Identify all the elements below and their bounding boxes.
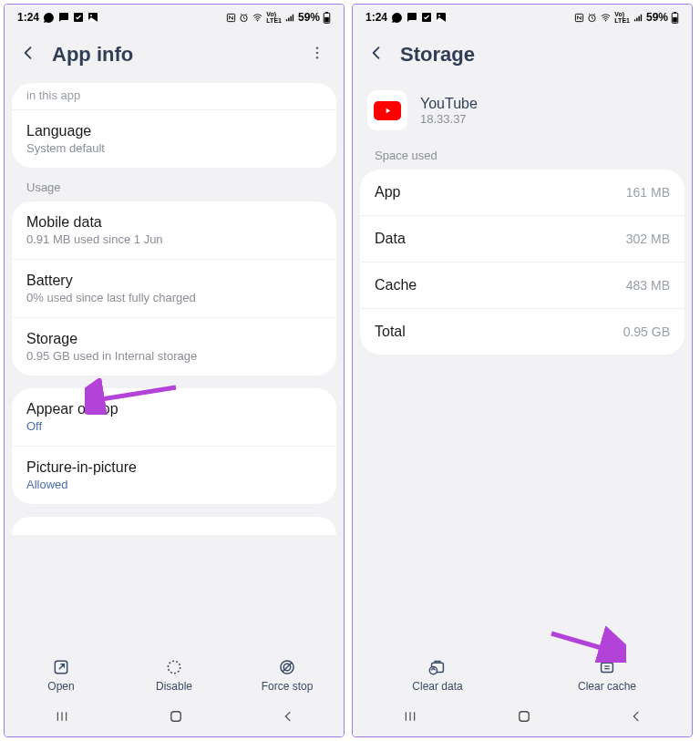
svg-rect-30 <box>673 16 677 22</box>
network-label: Vo)LTE1 <box>266 11 282 24</box>
row-battery[interactable]: Battery 0% used since last fully charged <box>12 260 336 318</box>
svg-rect-33 <box>602 663 613 672</box>
more-icon[interactable] <box>309 45 329 65</box>
bottom-actions: Open Disable Force stop <box>5 649 344 700</box>
svg-point-10 <box>316 52 319 55</box>
data-label: App <box>375 184 400 201</box>
clear-cache-button[interactable]: Clear cache <box>522 656 692 693</box>
data-label: Cache <box>375 277 417 293</box>
nav-recents-icon[interactable] <box>401 709 419 727</box>
row-title: Appear on top <box>26 401 322 417</box>
page-title: App info <box>52 43 133 67</box>
row-app: App 161 MB <box>360 170 685 216</box>
content-scroll[interactable]: Space used App 161 MB Data 302 MB Cache … <box>353 149 692 645</box>
action-label: Clear cache <box>578 680 636 693</box>
row-sub: 0.91 MB used since 1 Jun <box>26 232 322 246</box>
status-time: 1:24 <box>17 11 39 24</box>
svg-point-24 <box>438 15 440 16</box>
data-label: Total <box>375 324 406 340</box>
nav-home-icon[interactable] <box>516 708 532 728</box>
phone-left: 1:24 Vo)LTE1 59% App info in this app <box>4 4 345 737</box>
content-scroll[interactable]: in this app Language System default Usag… <box>5 83 344 649</box>
row-data: Data 302 MB <box>360 216 685 262</box>
section-space-used: Space used <box>360 149 685 170</box>
row-sub: Off <box>26 419 322 433</box>
row-sub: System default <box>26 141 322 155</box>
row-title: Language <box>26 123 322 139</box>
disable-button[interactable]: Disable <box>118 658 231 693</box>
data-value: 302 MB <box>626 232 670 246</box>
check-icon <box>73 12 84 23</box>
nfc-icon <box>226 13 236 23</box>
svg-point-9 <box>316 46 319 49</box>
data-value: 161 MB <box>626 185 670 200</box>
row-sub: Allowed <box>26 478 322 491</box>
svg-point-2 <box>90 15 92 16</box>
row-title: Picture-in-picture <box>26 459 322 476</box>
data-value: 0.95 GB <box>623 324 670 339</box>
whatsapp-icon <box>391 12 403 24</box>
nav-home-icon[interactable] <box>168 708 184 728</box>
section-usage: Usage <box>12 180 336 201</box>
row-total: Total 0.95 GB <box>360 309 685 355</box>
action-label: Open <box>47 680 74 693</box>
chat-icon <box>58 12 69 23</box>
clear-data-icon <box>427 656 448 676</box>
open-button[interactable]: Open <box>5 658 118 693</box>
row-language[interactable]: Language System default <box>12 110 336 168</box>
svg-rect-8 <box>324 16 329 22</box>
svg-point-5 <box>257 20 258 21</box>
row-title: Mobile data <box>26 214 322 231</box>
svg-rect-7 <box>325 12 328 13</box>
back-icon[interactable] <box>19 44 37 66</box>
disable-icon <box>165 658 183 676</box>
action-label: Clear data <box>412 680 462 693</box>
nav-bar <box>353 700 692 736</box>
svg-point-11 <box>316 57 319 59</box>
app-name: YouTube <box>420 96 478 112</box>
row-storage[interactable]: Storage 0.95 GB used in Internal storage <box>12 318 336 376</box>
battery-icon <box>323 12 331 24</box>
row-sub: 0.95 GB used in Internal storage <box>26 349 322 363</box>
image-icon <box>88 12 98 23</box>
force-stop-button[interactable]: Force stop <box>231 658 344 693</box>
status-time: 1:24 <box>365 11 387 24</box>
app-version: 18.33.37 <box>420 112 478 126</box>
app-header: YouTube 18.33.37 <box>353 83 692 149</box>
data-label: Data <box>375 231 406 247</box>
row-appear-on-top[interactable]: Appear on top Off <box>12 388 336 447</box>
wifi-icon <box>600 13 612 23</box>
open-icon <box>52 658 70 676</box>
card-peek <box>12 517 336 535</box>
back-icon[interactable] <box>367 44 386 66</box>
nav-recents-icon[interactable] <box>53 709 71 727</box>
row-title: Battery <box>26 273 322 289</box>
youtube-icon <box>367 90 407 130</box>
svg-rect-29 <box>674 12 676 13</box>
svg-rect-39 <box>520 712 530 722</box>
row-pip[interactable]: Picture-in-picture Allowed <box>12 447 336 504</box>
battery-icon <box>671 12 679 24</box>
whatsapp-icon <box>43 12 55 24</box>
status-bar: 1:24 Vo)LTE1 59% <box>353 5 692 30</box>
action-label: Force stop <box>262 680 314 693</box>
header: Storage <box>353 30 692 83</box>
check-icon <box>421 12 432 23</box>
phone-right: 1:24 Vo)LTE1 59% Storage YouTube 18.33.3… <box>352 4 693 737</box>
image-icon <box>436 12 447 23</box>
clear-data-button[interactable]: Clear data <box>353 656 522 693</box>
force-stop-icon <box>278 658 296 676</box>
signal-icon <box>284 13 295 23</box>
svg-point-27 <box>605 20 606 21</box>
nav-back-icon[interactable] <box>281 709 295 727</box>
wifi-icon <box>252 13 263 23</box>
row-mobile-data[interactable]: Mobile data 0.91 MB used since 1 Jun <box>12 201 336 260</box>
nfc-icon <box>574 13 584 23</box>
battery-percent: 59% <box>646 11 668 24</box>
nav-back-icon[interactable] <box>629 709 643 727</box>
svg-point-13 <box>168 661 180 673</box>
svg-rect-20 <box>171 712 181 722</box>
battery-percent: 59% <box>298 11 320 24</box>
data-value: 483 MB <box>626 278 670 293</box>
status-bar: 1:24 Vo)LTE1 59% <box>5 5 344 30</box>
